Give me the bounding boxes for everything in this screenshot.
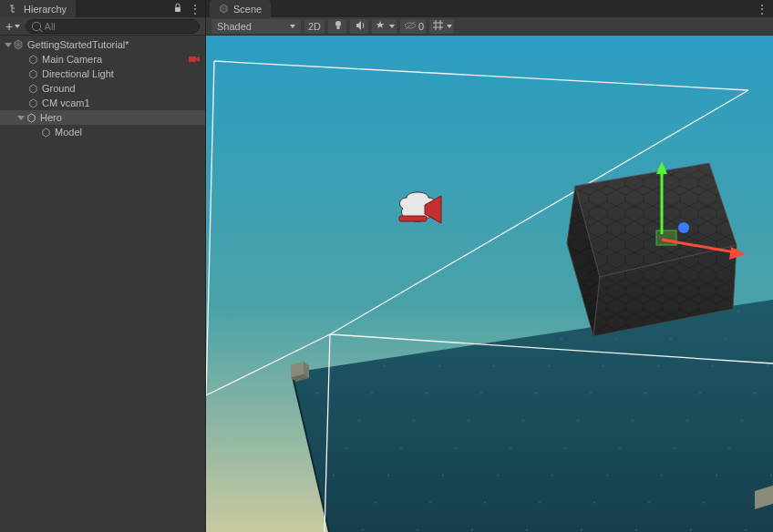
chevron-down-icon — [389, 25, 395, 28]
gameobject-icon — [27, 97, 38, 108]
hidden-objects-toggle[interactable]: 0 — [400, 19, 426, 34]
hierarchy-scene-label: GettingStartedTutorial* — [27, 39, 200, 50]
hierarchy-item-hero[interactable]: Hero — [0, 110, 205, 125]
scene-tab-label: Scene — [233, 4, 262, 15]
chevron-down-icon — [290, 25, 295, 28]
grid-dropdown[interactable] — [429, 19, 454, 34]
scene-toolbar: Shaded 2D 0 — [206, 17, 773, 36]
tab-spacer — [271, 0, 751, 17]
shading-mode-label: Shaded — [217, 21, 252, 32]
svg-rect-1 — [189, 56, 196, 62]
hierarchy-search-input[interactable] — [45, 21, 193, 32]
hierarchy-icon — [9, 4, 19, 14]
hierarchy-item-label: Main Camera — [42, 54, 189, 65]
audio-toggle[interactable] — [350, 19, 368, 34]
hierarchy-item-label: Ground — [42, 83, 200, 94]
lighting-toggle[interactable] — [328, 19, 346, 34]
hierarchy-item-ground[interactable]: Ground — [0, 81, 205, 96]
hierarchy-toolbar: + — [0, 17, 205, 36]
hierarchy-item-label: Hero — [40, 112, 200, 123]
scene-tabbar: Scene ⋮ — [206, 0, 773, 17]
hierarchy-item-label: Model — [55, 127, 200, 138]
scene-tab[interactable]: Scene — [210, 0, 271, 17]
grid-icon — [433, 20, 443, 32]
expand-toggle[interactable] — [16, 113, 26, 122]
scene-tab-icon — [219, 4, 229, 14]
hierarchy-tree: GettingStartedTutorial* Main Camera Dire… — [0, 36, 205, 532]
hierarchy-tabbar: Hierarchy ⋮ — [0, 0, 205, 17]
fx-dropdown[interactable] — [372, 19, 397, 34]
shading-mode-dropdown[interactable]: Shaded — [211, 19, 301, 34]
tab-spacer — [76, 0, 168, 17]
kebab-icon[interactable]: ⋮ — [190, 3, 200, 15]
create-button[interactable]: + — [5, 20, 20, 33]
speaker-icon — [356, 21, 366, 32]
eye-off-icon — [404, 21, 417, 32]
unity-scene-icon — [13, 39, 24, 50]
gameobject-icon — [27, 68, 38, 79]
scene-viewport[interactable] — [206, 36, 773, 532]
svg-rect-13 — [399, 216, 427, 221]
cinemachine-marker-icon — [189, 55, 200, 64]
gameobject-icon — [27, 54, 38, 65]
hierarchy-tab-actions: ⋮ — [168, 0, 205, 17]
hierarchy-item-label: Directional Light — [42, 68, 200, 79]
2d-toggle[interactable]: 2D — [304, 19, 325, 34]
hierarchy-item-main-camera[interactable]: Main Camera — [0, 52, 205, 66]
svg-point-12 — [678, 222, 689, 233]
hierarchy-scene-row[interactable]: GettingStartedTutorial* — [0, 37, 205, 52]
chevron-down-icon — [447, 25, 452, 28]
hierarchy-tab[interactable]: Hierarchy — [0, 0, 76, 17]
svg-point-2 — [335, 21, 341, 26]
hierarchy-item-cm-vcam1[interactable]: CM vcam1 — [0, 96, 205, 110]
hierarchy-item-directional-light[interactable]: Directional Light — [0, 66, 205, 81]
scene-render — [206, 36, 773, 532]
gameobject-icon — [26, 112, 36, 123]
hierarchy-search[interactable] — [26, 19, 200, 34]
scene-tab-actions: ⋮ — [751, 0, 773, 17]
effects-icon — [376, 21, 386, 32]
search-icon — [32, 22, 40, 31]
hierarchy-tab-label: Hierarchy — [24, 4, 67, 15]
svg-rect-3 — [337, 26, 340, 29]
lock-icon[interactable] — [173, 3, 182, 15]
hierarchy-panel: Hierarchy ⋮ + GettingStartedTutorial* — [0, 0, 206, 532]
hidden-count: 0 — [418, 21, 424, 32]
kebab-icon[interactable]: ⋮ — [757, 3, 768, 15]
gameobject-icon — [27, 83, 38, 94]
svg-rect-0 — [175, 7, 180, 12]
expand-toggle[interactable] — [4, 40, 13, 49]
lightbulb-icon — [334, 20, 343, 33]
scene-panel: Scene ⋮ Shaded 2D 0 — [206, 0, 773, 532]
hierarchy-item-model[interactable]: Model — [0, 125, 205, 139]
hierarchy-item-label: CM vcam1 — [42, 97, 200, 108]
gameobject-icon — [40, 127, 51, 138]
